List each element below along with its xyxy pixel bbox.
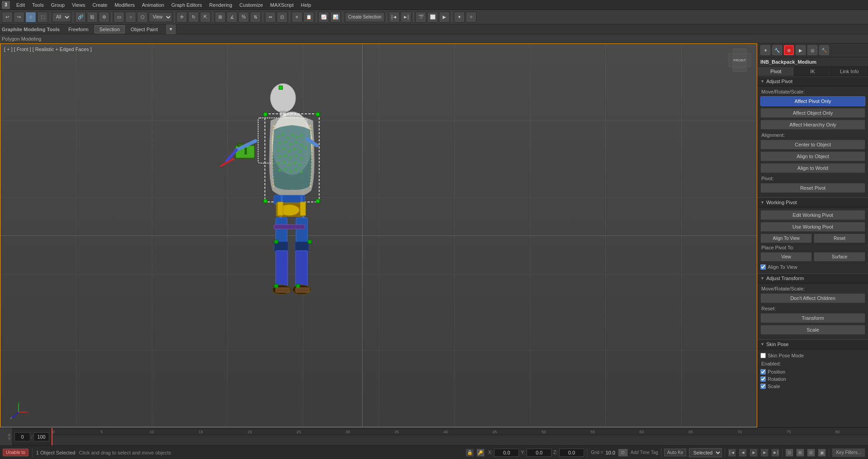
- dope-sheet-btn[interactable]: 📊: [330, 12, 341, 23]
- next-frame-btn[interactable]: ►: [760, 449, 769, 457]
- poly-select[interactable]: ⬡: [137, 12, 148, 23]
- layout-2-btn[interactable]: ⊞: [796, 449, 804, 457]
- menu-views[interactable]: Views: [68, 1, 89, 9]
- move-btn[interactable]: ✛: [176, 12, 187, 23]
- timeline-playhead[interactable]: [52, 428, 52, 446]
- layer-btn[interactable]: ≡: [292, 12, 302, 23]
- align-to-object-btn[interactable]: Align to Object: [760, 151, 865, 161]
- affect-pivot-only-btn[interactable]: Affect Pivot Only: [760, 96, 865, 106]
- named-selection-2[interactable]: ►|: [401, 12, 411, 23]
- graphite-tab-object-paint[interactable]: Object Paint: [126, 25, 163, 33]
- add-time-tag-btn[interactable]: ⏱: [618, 449, 628, 457]
- play-end-btn[interactable]: ►|: [771, 449, 779, 457]
- lock-btn[interactable]: 🔒: [466, 449, 474, 457]
- hierarchy-panel-btn[interactable]: ⊕: [784, 45, 794, 55]
- tab-pivot[interactable]: Pivot: [758, 67, 794, 76]
- dont-affect-children-btn[interactable]: Don't Affect Children: [760, 293, 865, 303]
- view-dropdown[interactable]: View: [149, 12, 172, 22]
- center-to-object-btn[interactable]: Center to Object: [760, 140, 865, 150]
- graphite-extra-btn[interactable]: ▼: [165, 24, 176, 35]
- prev-frame-btn[interactable]: ◄: [739, 449, 747, 457]
- surface-btn[interactable]: Surface: [814, 252, 865, 262]
- timeline-bar[interactable]: [52, 435, 868, 446]
- y-coord[interactable]: 0.0: [527, 449, 552, 457]
- key-filters-btn[interactable]: Key Filters...: [832, 448, 865, 457]
- working-pivot-header[interactable]: ▼ Working Pivot: [758, 197, 868, 207]
- link-btn[interactable]: 🔗: [75, 12, 86, 23]
- select-btn[interactable]: ⊹: [25, 12, 36, 23]
- scale-btn[interactable]: ⇱: [200, 12, 211, 23]
- timeline-corner-btn[interactable]: [0, 428, 6, 446]
- rotate-btn[interactable]: ↻: [188, 12, 199, 23]
- current-frame-input[interactable]: 0: [14, 432, 30, 441]
- graphite-tab-selection[interactable]: Selection: [94, 25, 125, 33]
- rect-select[interactable]: ▭: [113, 12, 124, 23]
- named-selection-1[interactable]: |◄: [389, 12, 400, 23]
- scene-explorer-btn[interactable]: 📋: [303, 12, 314, 23]
- reset-pivot-btn[interactable]: Reset Pivot: [760, 183, 865, 193]
- create-selection-btn[interactable]: Create Selection: [345, 12, 385, 22]
- filter-dropdown[interactable]: All: [52, 12, 71, 22]
- viewport[interactable]: [ + ] [ Front ] [ Realistic + Edged Face…: [0, 43, 757, 427]
- play-btn[interactable]: ►: [750, 449, 758, 457]
- menu-customize[interactable]: Customize: [236, 1, 267, 9]
- align-to-world-btn[interactable]: Align to World: [760, 163, 865, 173]
- tab-ik[interactable]: IK: [794, 67, 831, 76]
- total-frames-input[interactable]: 100: [33, 432, 49, 441]
- menu-animation[interactable]: Animation: [138, 1, 168, 9]
- menu-graph-editors[interactable]: Graph Editors: [168, 1, 206, 9]
- snap-btn[interactable]: ⊞: [215, 12, 226, 23]
- adjust-transform-header[interactable]: ▼ Adjust Transform: [758, 273, 868, 283]
- select-region-btn[interactable]: ⬚: [37, 12, 48, 23]
- bind-space-warp[interactable]: ⚙: [99, 12, 109, 23]
- undo-btn[interactable]: ↩: [2, 12, 13, 23]
- menu-maxscript[interactable]: MAXScript: [267, 1, 297, 9]
- extra-btn-1[interactable]: ✦: [454, 12, 465, 23]
- menu-edit[interactable]: Edit: [13, 1, 28, 9]
- graphite-tab-freeform[interactable]: Freeform: [63, 25, 94, 33]
- timeline-scroll-btns[interactable]: [6, 428, 13, 446]
- unlink-btn[interactable]: ⛓: [87, 12, 98, 23]
- percent-snap-btn[interactable]: %: [238, 12, 249, 23]
- use-working-pivot-btn[interactable]: Use Working Pivot: [760, 222, 865, 232]
- menu-create[interactable]: Create: [89, 1, 111, 9]
- mirror-btn[interactable]: ⇔: [265, 12, 276, 23]
- align-btn[interactable]: ⊡: [277, 12, 288, 23]
- circle-select[interactable]: ○: [125, 12, 136, 23]
- extra-btn-2[interactable]: ✧: [466, 12, 476, 23]
- skin-pose-mode-checkbox[interactable]: [760, 353, 766, 358]
- affect-object-only-btn[interactable]: Affect Object Only: [760, 108, 865, 118]
- adjust-pivot-header[interactable]: ▼ Adjust Pivot: [758, 76, 868, 86]
- curve-editor-btn[interactable]: 📈: [318, 12, 329, 23]
- menu-modifiers[interactable]: Modifiers: [111, 1, 138, 9]
- tab-link-info[interactable]: Link Info: [831, 67, 868, 76]
- render-type-btn[interactable]: ⬜: [427, 12, 438, 23]
- menu-help[interactable]: Help: [297, 1, 315, 9]
- position-checkbox[interactable]: [760, 369, 766, 375]
- angle-snap-btn[interactable]: ∡: [226, 12, 237, 23]
- x-coord[interactable]: 0.0: [494, 449, 519, 457]
- menu-group[interactable]: Group: [47, 1, 69, 9]
- rotation-checkbox[interactable]: [760, 376, 766, 382]
- spinner-snap-btn[interactable]: ⇅: [250, 12, 261, 23]
- menu-tools[interactable]: Tools: [28, 1, 47, 9]
- skin-pose-header[interactable]: ▼ Skin Pose: [758, 339, 868, 349]
- align-to-view-btn[interactable]: Align To View: [760, 234, 812, 243]
- scale-btn-panel[interactable]: Scale: [760, 325, 865, 335]
- play-begin-btn[interactable]: |◄: [728, 449, 736, 457]
- motion-panel-btn[interactable]: ▶: [796, 45, 806, 55]
- selected-dropdown[interactable]: Selected: [689, 448, 722, 457]
- menu-rendering[interactable]: Rendering: [206, 1, 236, 9]
- key-btn[interactable]: 🔑: [476, 449, 485, 457]
- layout-4-btn[interactable]: ▣: [818, 449, 826, 457]
- auto-key-btn[interactable]: Auto Ke: [664, 449, 687, 456]
- edit-working-pivot-btn[interactable]: Edit Working Pivot: [760, 210, 865, 220]
- display-toggle-btn[interactable]: ◎: [807, 45, 817, 55]
- reset-btn[interactable]: Reset: [814, 234, 865, 243]
- modify-panel-btn[interactable]: 🔧: [772, 45, 782, 55]
- layout-3-btn[interactable]: ⊟: [807, 449, 815, 457]
- render-scene-btn[interactable]: 🎬: [415, 12, 426, 23]
- util-panel-btn[interactable]: 🔨: [819, 45, 829, 55]
- align-to-view-checkbox[interactable]: [760, 264, 766, 270]
- z-coord[interactable]: 0.0: [559, 449, 584, 457]
